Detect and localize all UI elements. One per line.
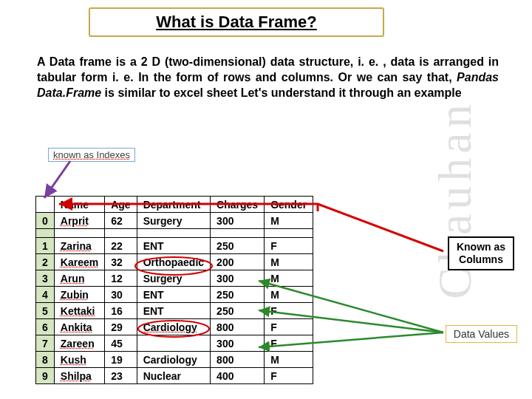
cell: M <box>265 270 313 287</box>
cell: Cardiology <box>137 352 210 368</box>
table-row: 0 Arprit 62 Surgery 300 M <box>36 213 313 229</box>
desc-part3: is similar to excel sheet Let's understa… <box>105 86 462 99</box>
cell: F <box>265 238 313 254</box>
cell: ENT <box>137 303 210 319</box>
cell: F <box>265 368 313 384</box>
table-row: 5 Kettaki 16 ENT 250 F <box>36 303 313 319</box>
row-index: 8 <box>36 352 55 368</box>
table-row: 8 Kush 19 Cardiology 800 M <box>36 352 313 368</box>
cell: 300 <box>211 335 265 352</box>
values-callout: Data Values <box>446 325 517 343</box>
cell: 45 <box>105 335 137 352</box>
cell: 300 <box>211 270 265 287</box>
row-index: 0 <box>36 213 55 229</box>
cell: Zubin <box>61 289 89 301</box>
row-index: 7 <box>36 335 55 352</box>
table-row: 2 Kareem 32 Orthopaedic 200 M <box>36 254 313 270</box>
table-row: 3 Arun 12 Surgery 300 M <box>36 270 313 287</box>
col-header: Charges <box>211 197 265 213</box>
cell: M <box>265 287 313 303</box>
slide-title: What is Data Frame? <box>89 7 384 37</box>
row-index: 6 <box>36 319 55 335</box>
col-header: Age <box>105 197 137 213</box>
cell: F <box>265 319 313 335</box>
cell: 250 <box>211 287 265 303</box>
svg-line-0 <box>44 161 70 198</box>
row-index: 4 <box>36 287 55 303</box>
cell: Zarina <box>61 240 92 252</box>
cell: 250 <box>211 303 265 319</box>
cell: Arprit <box>61 215 89 227</box>
row-index: 3 <box>36 270 55 287</box>
cell: 23 <box>105 368 137 384</box>
cell: 30 <box>105 287 137 303</box>
cell: Kareem <box>61 256 98 268</box>
cell: 12 <box>105 270 137 287</box>
cell: Cardiology <box>143 321 197 333</box>
col-header: Department <box>137 197 210 213</box>
cell: 300 <box>211 213 265 229</box>
cell: Surgery <box>137 270 210 287</box>
cell: 400 <box>211 368 265 384</box>
cell: Orthopaedic <box>137 254 210 270</box>
col-header: Name <box>54 197 104 213</box>
cell: 32 <box>105 254 137 270</box>
cell: F <box>265 335 313 352</box>
table-row: 7 Zareen 45 300 F <box>36 335 313 352</box>
table-row: 1 Zarina 22 ENT 250 F <box>36 238 313 254</box>
cell: 200 <box>211 254 265 270</box>
table-row: 9 Shilpa 23 Nuclear 400 F <box>36 368 313 384</box>
index-callout: known as Indexes <box>48 148 135 162</box>
cell: F <box>265 303 313 319</box>
dataframe-table: Name Age Department Charges Gender 0 Arp… <box>35 196 313 384</box>
cell: Ankita <box>61 321 92 333</box>
cell: 800 <box>211 319 265 335</box>
table-row: 6 Ankita 29 Cardiology 800 F <box>36 319 313 335</box>
desc-part1: A Data frame is a 2 D (two-dimensional) … <box>37 55 499 83</box>
cell: Kush <box>61 354 86 366</box>
col-header: Gender <box>265 197 313 213</box>
cell: M <box>265 352 313 368</box>
cell: ENT <box>137 238 210 254</box>
cell: 22 <box>105 238 137 254</box>
row-index: 1 <box>36 238 55 254</box>
description-text: A Data frame is a 2 D (two-dimensional) … <box>37 55 499 100</box>
cell: Kettaki <box>61 305 95 317</box>
cell <box>137 335 210 352</box>
cell: 16 <box>105 303 137 319</box>
cell: Zareen <box>61 338 95 349</box>
cell: Shilpa <box>61 370 92 382</box>
cell: M <box>265 213 313 229</box>
cell: 29 <box>105 319 137 335</box>
row-index: 5 <box>36 303 55 319</box>
row-index: 2 <box>36 254 55 270</box>
cell: 800 <box>211 352 265 368</box>
row-index: 9 <box>36 368 55 384</box>
gap-row <box>36 229 313 238</box>
cell: Surgery <box>137 213 210 229</box>
cell: M <box>265 254 313 270</box>
header-row: Name Age Department Charges Gender <box>36 197 313 213</box>
table-row: 4 Zubin 30 ENT 250 M <box>36 287 313 303</box>
cell: ENT <box>137 287 210 303</box>
columns-callout: Known as Columns <box>448 236 514 270</box>
cell: 19 <box>105 352 137 368</box>
cell: 62 <box>105 213 137 229</box>
cell: Nuclear <box>137 368 210 384</box>
index-header <box>36 197 55 213</box>
cell: Arun <box>61 273 85 284</box>
cell: 250 <box>211 238 265 254</box>
